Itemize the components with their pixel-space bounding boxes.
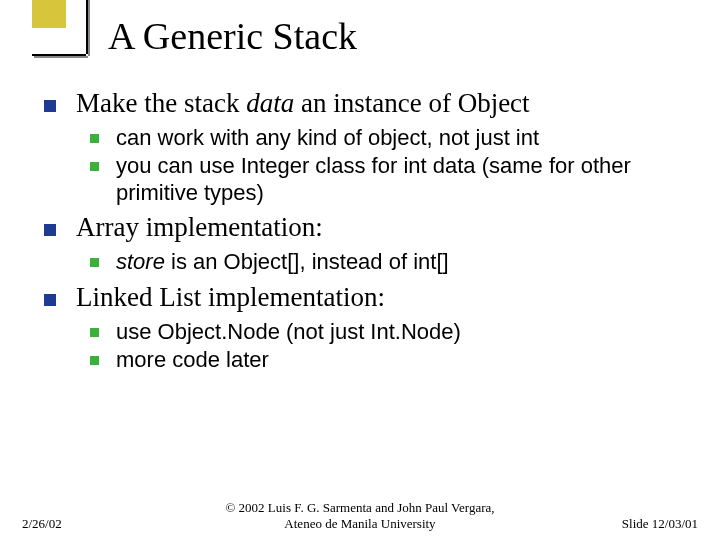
bullet-2a-em: store	[116, 249, 165, 274]
footer-date: 2/26/02	[0, 516, 130, 532]
bullet-1-pre: Make the stack	[76, 88, 246, 118]
bullet-1: Make the stack data an instance of Objec…	[44, 88, 698, 206]
bullet-1-em: data	[246, 88, 294, 118]
sublist-1: can work with any kind of object, not ju…	[76, 125, 698, 206]
bullet-3b: more code later	[90, 347, 698, 373]
bullet-3-text: Linked List implementation:	[76, 282, 385, 312]
bullet-2: Array implementation: store is an Object…	[44, 212, 698, 275]
slide-title: A Generic Stack	[88, 12, 698, 58]
bullet-list: Make the stack data an instance of Objec…	[44, 88, 698, 373]
bullet-1-post: an instance of Object	[294, 88, 529, 118]
footer-slide-number: Slide 12/03/01	[590, 516, 720, 532]
bullet-3a: use Object.Node (not just Int.Node)	[90, 319, 698, 345]
sublist-2: store is an Object[], instead of int[]	[76, 249, 698, 275]
footer-copyright-line1: © 2002 Luis F. G. Sarmenta and John Paul…	[225, 500, 494, 515]
title-horizontal-rule	[32, 54, 86, 56]
footer: 2/26/02 © 2002 Luis F. G. Sarmenta and J…	[0, 500, 720, 533]
bullet-2a-post: is an Object[], instead of int[]	[165, 249, 449, 274]
bullet-2a: store is an Object[], instead of int[]	[90, 249, 698, 275]
title-vertical-rule	[86, 0, 88, 54]
bullet-1b: you can use Integer class for int data (…	[90, 153, 698, 206]
title-accent-box	[32, 0, 66, 28]
footer-copyright: © 2002 Luis F. G. Sarmenta and John Paul…	[130, 500, 590, 533]
sublist-3: use Object.Node (not just Int.Node) more…	[76, 319, 698, 374]
footer-copyright-line2: Ateneo de Manila University	[284, 516, 435, 531]
bullet-3: Linked List implementation: use Object.N…	[44, 282, 698, 374]
title-area: A Generic Stack	[22, 12, 698, 58]
slide: A Generic Stack Make the stack data an i…	[0, 0, 720, 540]
slide-body: Make the stack data an instance of Objec…	[22, 76, 698, 373]
bullet-1a: can work with any kind of object, not ju…	[90, 125, 698, 151]
bullet-2-text: Array implementation:	[76, 212, 323, 242]
